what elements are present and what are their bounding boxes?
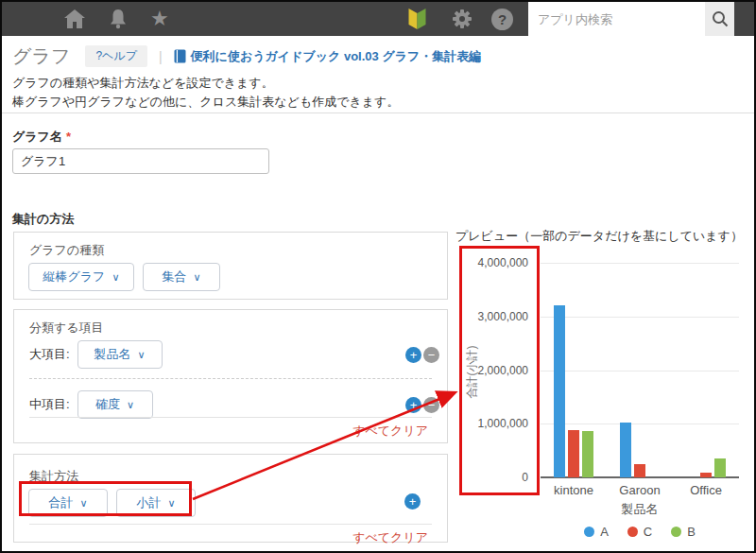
middle-item-value: 確度 [95,396,120,413]
legend-label: C [644,525,652,539]
page-title: グラフ [12,43,70,69]
top-navigation-bar: ★ ? [2,2,754,36]
add-aggregation-button[interactable]: + [404,493,421,510]
grouping-label: 分類する項目 [29,320,104,337]
favorite-star-icon[interactable]: ★ [150,9,169,29]
divider [29,524,432,525]
page-description: グラフの種類や集計方法などを設定できます。 棒グラフや円グラフなどの他に、クロス… [12,74,399,112]
required-asterisk: * [66,130,71,144]
grouping-clear-all-link[interactable]: すべてクリア [352,423,428,440]
search-input[interactable] [528,2,705,36]
help-link-button[interactable]: ?ヘルプ [85,45,147,67]
app-window: ★ ? グラフ ?ヘ [0,0,756,553]
notification-bell-icon[interactable] [109,9,128,29]
legend-label: B [687,525,696,539]
x-axis-category-label: Office [668,483,744,497]
bar-C-Garoon[interactable] [634,464,645,477]
aggregation-function-value: 合計 [48,494,73,511]
hamburger-menu-icon[interactable] [21,11,43,27]
bar-B-Office[interactable] [714,458,726,477]
description-line: グラフの種類や集計方法などを設定できます。 [12,74,399,93]
bar-A-Garoon[interactable] [620,423,631,477]
aggregation-method-panel: 集計方法 合計∨ 小計∨ + すべてクリア [13,454,448,543]
search-button[interactable] [705,2,734,36]
home-icon[interactable] [63,9,86,29]
x-axis-title: 製品名 [541,501,739,518]
major-item-dropdown[interactable]: 製品名∨ [77,340,163,369]
chart-legend: ACB [541,525,739,539]
subtotal-dropdown[interactable]: 小計∨ [116,489,196,517]
guidebook-link-label: 便利に使おうガイドブック vol.03 グラフ・集計表編 [191,48,482,65]
subtotal-value: 小計 [136,494,161,511]
major-item-label: 大項目: [29,346,70,363]
y-axis-title: 合計(小計) [464,277,480,466]
aggregation-clear-all-link[interactable]: すべてクリア [352,529,428,546]
major-item-value: 製品名 [94,346,131,363]
remove-major-item-button[interactable]: − [423,347,439,363]
bar-chart-preview: 01,000,0002,000,0003,000,0004,000,000合計(… [455,243,756,553]
gridline [541,423,739,424]
chevron-down-icon: ∨ [112,271,119,284]
gridline [541,317,739,318]
description-line: 棒グラフや円グラフなどの他に、クロス集計表なども作成できます。 [12,93,399,112]
legend-dot-icon [627,527,638,537]
legend-item-A[interactable]: A [584,525,609,539]
legend-item-C[interactable]: C [627,525,652,539]
separator: | [159,49,163,64]
chevron-down-icon: ∨ [138,349,146,361]
graph-name-label: グラフ名* [12,129,71,146]
x-axis-category-label: kintone [536,483,611,497]
book-icon [174,49,186,63]
bar-A-kintone[interactable] [554,305,565,477]
beginner-mark-icon [405,7,429,31]
graph-name-input[interactable] [12,148,269,174]
chart-type-label: グラフの種類 [29,242,104,259]
aggregation-function-dropdown[interactable]: 合計∨ [28,489,108,517]
legend-dot-icon [584,527,594,537]
x-axis-category-label: Garoon [602,483,678,497]
chevron-down-icon: ∨ [193,271,200,284]
page-header: グラフ ?ヘルプ | 便利に使おうガイドブック vol.03 グラフ・集計表編 [12,43,481,69]
add-middle-item-button[interactable]: + [405,397,421,413]
y-axis-tick-label: 4,000,000 [457,256,528,269]
settings-gear-icon[interactable] [452,9,472,29]
gridline [541,263,739,264]
grouping-panel: 分類する項目 大項目: 製品名∨ + − 中項目: 確度∨ + − すべてクリア [13,309,448,443]
gridline [541,371,739,372]
grouping-row-middle: 中項目: 確度∨ [29,390,153,419]
add-major-item-button[interactable]: + [405,347,421,363]
chevron-down-icon: ∨ [167,497,175,510]
middle-item-label: 中項目: [29,396,70,413]
app-search [528,2,734,36]
divider [29,417,432,418]
graph-name-label-text: グラフ名 [12,130,62,144]
bar-C-Office[interactable] [700,473,712,477]
aggregation-section-label: 集計の方法 [12,211,74,228]
chart-mode-value: 集合 [162,268,186,285]
remove-middle-item-button[interactable]: − [423,397,439,413]
bar-C-kintone[interactable] [568,430,579,477]
bar-B-kintone[interactable] [582,431,593,477]
chart-type-value: 縦棒グラフ [43,268,106,285]
aggregation-method-label: 集計方法 [29,468,78,485]
help-icon[interactable]: ? [491,9,513,30]
chart-type-panel: グラフの種類 縦棒グラフ∨ 集合∨ [13,232,448,300]
middle-item-dropdown[interactable]: 確度∨ [77,390,153,419]
grouping-row-major: 大項目: 製品名∨ [29,340,163,369]
legend-item-B[interactable]: B [671,525,696,539]
dashed-divider [29,378,432,379]
legend-label: A [600,525,609,539]
y-axis-tick-label: 0 [457,471,528,484]
chevron-down-icon: ∨ [79,497,87,510]
chart-mode-dropdown[interactable]: 集合∨ [143,263,220,291]
divider [2,112,754,113]
chart-type-dropdown[interactable]: 縦棒グラフ∨ [28,263,134,291]
legend-dot-icon [671,527,681,537]
guidebook-link[interactable]: 便利に使おうガイドブック vol.03 グラフ・集計表編 [174,48,482,65]
chevron-down-icon: ∨ [127,399,134,411]
search-icon [712,10,729,27]
